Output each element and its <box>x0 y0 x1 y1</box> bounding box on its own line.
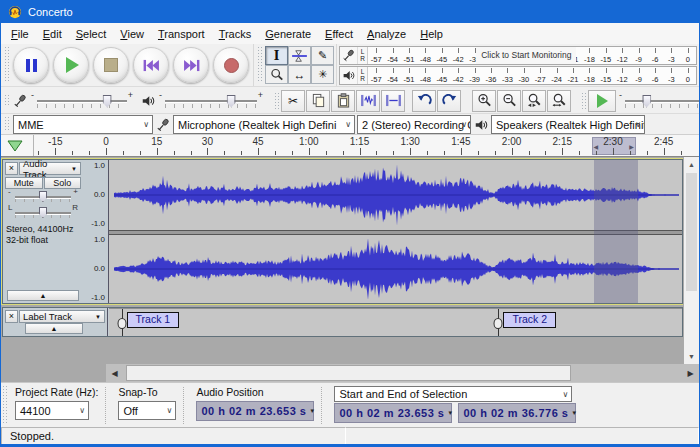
label-track-content[interactable]: Track 1Track 2 <box>109 308 682 336</box>
play-button[interactable] <box>53 47 89 83</box>
fit-selection-button[interactable] <box>522 90 546 112</box>
vertical-ruler-label: 1.0 <box>94 235 105 244</box>
device-toolbar-grip[interactable] <box>4 117 10 132</box>
transport-toolbar-grip[interactable] <box>4 47 10 83</box>
tools-toolbar-grip[interactable] <box>257 47 263 83</box>
recording-meter[interactable]: LR -57-54-51-48-45-42-39-36-33-30-27-24-… <box>339 46 697 65</box>
scroll-down-button[interactable]: ▼ <box>684 349 699 364</box>
selection-mode-select[interactable]: Start and End of Selection∨ <box>334 386 572 402</box>
menu-item-view[interactable]: View <box>113 26 151 42</box>
time-shift-tool-button[interactable]: ↔ <box>288 65 311 84</box>
undo-button[interactable] <box>412 90 436 112</box>
mixer-toolbar-grip[interactable] <box>4 95 10 107</box>
selection-toolbar-grip[interactable] <box>2 386 8 425</box>
recording-device-select[interactable]: Microphone (Realtek High Defini∨ <box>173 115 355 134</box>
playback-device-select[interactable]: Speakers (Realtek High Definiti∨ <box>491 115 645 134</box>
audio-track-collapse-button[interactable]: ▲ <box>7 290 79 301</box>
trim-outside-selection-button[interactable] <box>356 90 380 112</box>
menu-item-edit[interactable]: Edit <box>36 26 69 42</box>
horizontal-scroll-thumb[interactable] <box>126 365 571 381</box>
vertical-scroll-thumb[interactable] <box>686 173 697 291</box>
chevron-down-icon: ∨ <box>563 390 569 399</box>
label-text-box[interactable]: Track 2 <box>503 312 556 328</box>
label-text-box[interactable]: Track 1 <box>127 312 180 328</box>
silence-selection-button[interactable] <box>381 90 405 112</box>
draw-tool-button[interactable]: ✎ <box>311 46 334 65</box>
chevron-down-icon: ∨ <box>79 406 85 415</box>
cut-button[interactable]: ✂ <box>281 90 305 112</box>
record-button[interactable] <box>213 47 249 83</box>
gain-slider[interactable]: - + <box>7 190 79 204</box>
ruler-tick <box>393 151 394 155</box>
audio-track-content[interactable] <box>109 160 682 303</box>
pause-icon <box>26 59 37 72</box>
playback-meter[interactable]: LR -57-54-51-48-45-42-39-36-33-30-27-24-… <box>339 66 697 85</box>
skip-to-start-icon <box>143 59 160 72</box>
menu-item-transport[interactable]: Transport <box>151 26 212 42</box>
label-track-close-button[interactable]: × <box>5 310 18 323</box>
skip-to-end-button[interactable] <box>173 47 209 83</box>
envelope-tool-button[interactable] <box>288 46 311 65</box>
ruler-tick <box>444 151 445 155</box>
label-track-collapse-button[interactable]: ▲ <box>25 323 83 334</box>
selection-start-field[interactable]: 00 h 02 m 23.653 s▾ <box>334 403 452 423</box>
multi-tool-button[interactable]: ✳ <box>311 65 334 84</box>
selection-tool-button[interactable]: I <box>265 46 288 65</box>
selection-end-field[interactable]: 00 h 02 m 36.776 s▾ <box>458 403 576 423</box>
meter-scale-label: -57 <box>371 75 382 84</box>
label-track-menu-button[interactable]: Label Track▼ <box>19 310 105 323</box>
skip-to-start-button[interactable] <box>133 47 169 83</box>
copy-button[interactable] <box>306 90 330 112</box>
paste-button[interactable] <box>331 90 355 112</box>
menu-item-file[interactable]: File <box>4 26 36 42</box>
fit-project-button[interactable] <box>547 90 571 112</box>
zoom-tool-button[interactable] <box>265 65 288 84</box>
menu-item-select[interactable]: Select <box>69 26 114 42</box>
scroll-left-button[interactable]: ◀ <box>106 364 123 382</box>
meter-tick <box>376 68 377 73</box>
zoom-tool-icon <box>270 68 284 82</box>
recording-volume-slider[interactable]: - + <box>29 92 135 110</box>
horizontal-scrollbar[interactable]: ◀ ▶ <box>106 364 699 382</box>
pan-slider[interactable]: L R <box>7 206 79 220</box>
redo-button[interactable] <box>437 90 461 112</box>
play-at-speed-button[interactable] <box>588 90 616 112</box>
audio-host-select[interactable]: MME∨ <box>13 115 153 134</box>
title-bar[interactable]: Concerto <box>1 1 699 23</box>
recording-channels-select[interactable]: 2 (Stereo) Recording Channels∨ <box>357 115 471 134</box>
timeline-options[interactable] <box>1 135 34 156</box>
pause-button[interactable] <box>13 47 49 83</box>
menu-item-tracks[interactable]: Tracks <box>212 26 259 42</box>
play-at-speed-grip[interactable] <box>581 93 587 109</box>
label-marker-handle[interactable] <box>117 318 126 329</box>
label-marker-handle[interactable] <box>494 318 503 329</box>
zoom-out-button[interactable] <box>497 90 521 112</box>
snap-to-select[interactable]: Off∨ <box>118 401 176 420</box>
audio-position-field[interactable]: 00 h 02 m 23.653 s▾ <box>196 401 314 421</box>
menu-item-generate[interactable]: Generate <box>258 26 318 42</box>
playback-volume-slider[interactable]: - + <box>157 92 265 110</box>
audio-track-close-button[interactable]: × <box>5 162 18 175</box>
meter-monitoring-overlay[interactable]: Click to Start Monitoring <box>476 47 576 64</box>
timeline-ruler[interactable]: ◀▶-1501530451:001:151:301:452:002:152:30… <box>1 134 699 157</box>
scroll-up-button[interactable]: ▲ <box>684 157 699 172</box>
edit-toolbar-grip[interactable] <box>274 93 280 109</box>
vertical-ruler[interactable]: 1.00.0-1.01.00.0-1.0 <box>83 160 109 303</box>
ruler-tick <box>478 151 479 155</box>
undo-icon <box>417 94 432 107</box>
menu-item-help[interactable]: Help <box>413 26 450 42</box>
audio-track-menu-button[interactable]: Audio Track▼ <box>19 162 81 175</box>
meter-scale-label: -51 <box>404 55 415 64</box>
project-rate-select[interactable]: 44100∨ <box>15 401 89 420</box>
slider-plus-label: + <box>258 90 263 100</box>
chevron-down-icon: ∨ <box>461 120 467 129</box>
dropdown-icon: ▼ <box>95 314 101 320</box>
zoom-in-button[interactable] <box>472 90 496 112</box>
menu-item-analyze[interactable]: Analyze <box>360 26 413 42</box>
menu-item-effect[interactable]: Effect <box>318 26 360 42</box>
stop-button[interactable] <box>93 47 129 83</box>
vertical-scrollbar[interactable]: ▲ ▼ <box>683 157 699 364</box>
scroll-right-button[interactable]: ▶ <box>682 364 699 382</box>
playback-speed-slider[interactable]: - + <box>617 92 700 110</box>
horizontal-scroll-track[interactable] <box>123 364 682 382</box>
